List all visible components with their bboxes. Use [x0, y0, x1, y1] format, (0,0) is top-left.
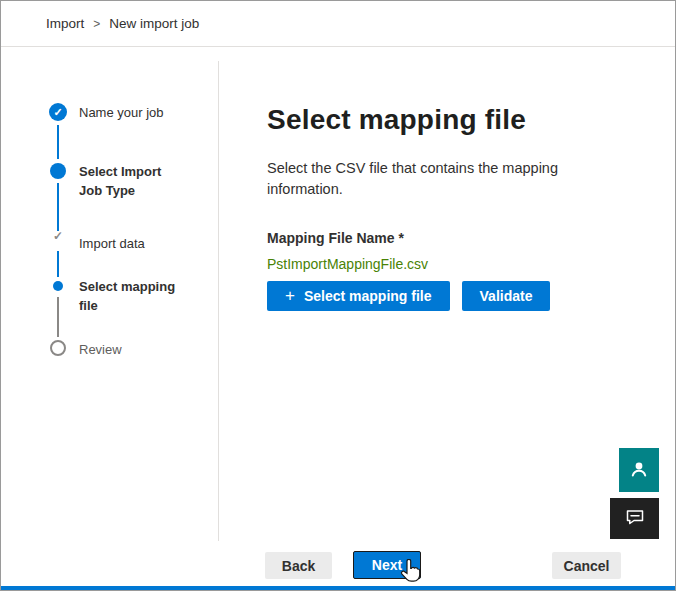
wizard-stepper: ✓ Name your job Select Import Job Type ✓… — [1, 47, 218, 547]
step-label: Name your job — [79, 104, 164, 122]
breadcrumb-separator-icon: > — [93, 17, 100, 31]
step-label: Import data — [79, 235, 145, 253]
feedback-chat-icon — [625, 507, 645, 530]
step-label: Review — [79, 341, 122, 359]
select-mapping-file-button[interactable]: + Select mapping file — [267, 281, 450, 311]
upcoming-step-circle-icon — [50, 340, 66, 356]
step-completed-check-icon: ✓ — [49, 103, 67, 121]
step-filled-dot-icon — [50, 163, 66, 179]
plus-icon: + — [285, 287, 295, 304]
import-wizard-window: Import > New import job ✓ Name your job … — [0, 0, 676, 591]
mapping-file-name-label: Mapping File Name * — [267, 230, 635, 246]
support-button[interactable] — [619, 448, 659, 492]
page-title: Select mapping file — [267, 104, 635, 136]
back-button[interactable]: Back — [265, 552, 332, 579]
stepper-connector — [57, 125, 59, 159]
step-label: Select mapping file — [79, 277, 184, 315]
step-label: Select Import Job Type — [79, 162, 184, 200]
breadcrumb: Import > New import job — [1, 1, 675, 47]
current-step-dot-icon — [53, 281, 63, 291]
validate-label: Validate — [480, 288, 533, 304]
stepper-connector — [57, 251, 59, 277]
breadcrumb-current: New import job — [109, 16, 199, 31]
window-bottom-accent — [1, 586, 675, 590]
support-person-icon — [629, 459, 649, 482]
next-button[interactable]: Next — [353, 551, 421, 579]
stepper-connector — [57, 297, 59, 337]
validate-button[interactable]: Validate — [462, 281, 551, 311]
feedback-button[interactable] — [610, 498, 659, 539]
main-content: Select mapping file Select the CSV file … — [219, 47, 675, 530]
select-mapping-file-label: Select mapping file — [304, 288, 432, 304]
substep-check-icon: ✓ — [51, 229, 65, 243]
mapping-file-actions: + Select mapping file Validate — [267, 281, 635, 311]
page-description: Select the CSV file that contains the ma… — [267, 158, 607, 200]
mapping-file-name-value: PstImportMappingFile.csv — [267, 256, 635, 272]
cancel-button[interactable]: Cancel — [552, 552, 621, 579]
stepper-connector — [57, 183, 59, 231]
breadcrumb-import[interactable]: Import — [46, 16, 84, 31]
